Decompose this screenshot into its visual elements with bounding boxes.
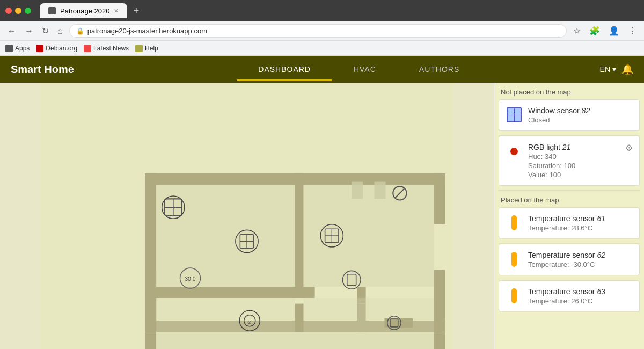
app-title: Smart Home xyxy=(11,63,118,76)
window-sensor-status: Closed xyxy=(528,116,633,124)
floor-plan[interactable]: 30.0 xyxy=(0,83,494,349)
device-card-header: Window sensor 82 Closed xyxy=(506,106,633,124)
forward-button[interactable]: → xyxy=(23,24,35,38)
window-pane-br xyxy=(515,115,521,122)
thermometer-62-icon xyxy=(511,252,517,267)
browser-chrome: Patronage 2020 × + xyxy=(0,0,644,21)
refresh-button[interactable]: ↻ xyxy=(40,24,51,38)
svg-rect-22 xyxy=(156,332,434,349)
temp-63-header: Temperature sensor 63 Temperature: 26.0°… xyxy=(506,287,633,305)
tab-title: Patronage 2020 xyxy=(60,7,110,15)
temp-62-header: Temperature sensor 62 Temperature: -30.0… xyxy=(506,251,633,268)
rgb-light-info: RGB light 21 Hue: 340 Saturation: 100 Va… xyxy=(528,143,620,179)
rgb-light-21-card: RGB light 21 Hue: 340 Saturation: 100 Va… xyxy=(499,136,640,186)
rgb-value: Value: 100 xyxy=(528,171,620,179)
window-sensor-info: Window sensor 82 Closed xyxy=(528,106,633,124)
temp-sensor-62-card: Temperature sensor 62 Temperature: -30.0… xyxy=(499,244,640,275)
tab-close-btn[interactable]: × xyxy=(114,6,119,15)
svg-rect-57 xyxy=(384,318,413,328)
bookmark-help[interactable]: Help xyxy=(135,45,158,52)
bell-icon[interactable]: 🔔 xyxy=(621,63,633,75)
extension-btn[interactable]: 🧩 xyxy=(587,24,602,38)
chevron-down-icon: ▾ xyxy=(612,65,616,74)
nav-hvac[interactable]: HVAC xyxy=(332,57,398,81)
language-selector[interactable]: EN ▾ xyxy=(600,65,616,74)
home-button[interactable]: ⌂ xyxy=(55,24,65,38)
temp-62-number: 62 xyxy=(597,251,605,259)
bookmark-debian-label: Debian.org xyxy=(46,45,77,52)
bookmarks-bar: Apps Debian.org Latest News Help xyxy=(0,41,644,56)
thermometer-63-icon xyxy=(511,288,517,303)
window-sensor-icon xyxy=(506,106,523,123)
lock-icon: 🔒 xyxy=(76,27,84,35)
window-sensor-number: 82 xyxy=(582,106,590,115)
temp-62-name: Temperature sensor 62 xyxy=(528,251,633,259)
svg-rect-5 xyxy=(434,270,445,332)
not-placed-label: Not placed on the map xyxy=(494,83,644,99)
menu-btn[interactable]: ⋮ xyxy=(626,24,639,38)
app-nav: DASHBOARD HVAC AUTHORS xyxy=(118,57,600,81)
nav-authors[interactable]: AUTHORS xyxy=(398,57,481,81)
temp-sensor-61-card: Temperature sensor 61 Temperature: 28.6°… xyxy=(499,207,640,239)
dot-maximize[interactable] xyxy=(25,8,31,14)
app-header: Smart Home DASHBOARD HVAC AUTHORS EN ▾ 🔔 xyxy=(0,56,644,83)
rgb-saturation: Saturation: 100 xyxy=(528,162,620,170)
temp-61-info: Temperature sensor 61 Temperature: 28.6°… xyxy=(528,214,633,232)
account-btn[interactable]: 👤 xyxy=(606,24,621,38)
rgb-device-header: RGB light 21 Hue: 340 Saturation: 100 Va… xyxy=(506,143,633,179)
svg-rect-9 xyxy=(145,287,315,298)
address-bar[interactable]: 🔒 patronage20-js-master.herokuapp.com xyxy=(69,24,567,38)
temp-62-status: Temperature: -30.0°C xyxy=(528,260,633,268)
help-icon xyxy=(135,45,143,52)
address-text: patronage20-js-master.herokuapp.com xyxy=(87,27,207,35)
dot-close[interactable] xyxy=(5,8,12,14)
browser-tab[interactable]: Patronage 2020 × xyxy=(40,3,127,18)
bookmark-star[interactable]: ☆ xyxy=(571,24,583,38)
temp-62-info: Temperature sensor 62 Temperature: -30.0… xyxy=(528,251,633,268)
nav-dashboard[interactable]: DASHBOARD xyxy=(237,57,332,81)
main-content: 30.0 xyxy=(0,83,644,349)
window-pane-tr xyxy=(515,108,521,115)
temp-61-icon xyxy=(506,214,523,231)
svg-rect-16 xyxy=(304,185,434,287)
svg-rect-21 xyxy=(434,332,445,349)
temp-61-number: 61 xyxy=(597,214,605,223)
temp-62-icon xyxy=(506,251,523,268)
svg-rect-10 xyxy=(295,304,304,332)
window-sensor-82-card: Window sensor 82 Closed xyxy=(499,99,640,131)
bookmark-help-label: Help xyxy=(145,45,158,52)
dot-minimize[interactable] xyxy=(15,8,21,14)
temp-sensor-63-card: Temperature sensor 63 Temperature: 26.0°… xyxy=(499,280,640,312)
right-panel: Not placed on the map Window sensor 82 xyxy=(494,83,644,349)
rgb-light-icon xyxy=(506,143,523,160)
svg-rect-17 xyxy=(156,298,295,332)
language-label: EN xyxy=(600,65,610,74)
temp-63-info: Temperature sensor 63 Temperature: 26.0°… xyxy=(528,287,633,305)
svg-rect-15 xyxy=(156,185,295,287)
new-tab-btn[interactable]: + xyxy=(134,5,140,17)
debian-icon xyxy=(36,45,43,52)
placed-label: Placed on the map xyxy=(494,191,644,207)
temp-61-status: Temperature: 28.6°C xyxy=(528,224,633,232)
rgb-light-name: RGB light 21 xyxy=(528,143,620,151)
svg-rect-18 xyxy=(304,298,434,332)
temp-63-icon xyxy=(506,287,523,304)
temp-61-header: Temperature sensor 61 Temperature: 28.6°… xyxy=(506,214,633,232)
thermometer-icon xyxy=(511,215,517,230)
svg-rect-20 xyxy=(145,332,156,349)
news-icon xyxy=(84,45,91,52)
back-button[interactable]: ← xyxy=(5,24,18,38)
svg-rect-6 xyxy=(295,173,304,298)
rgb-settings-btn[interactable]: ⚙ xyxy=(625,143,633,153)
browser-nav: ← → ↻ ⌂ 🔒 patronage20-js-master.herokuap… xyxy=(0,21,644,41)
bookmark-debian[interactable]: Debian.org xyxy=(36,45,77,52)
temp-61-name: Temperature sensor 61 xyxy=(528,214,633,223)
tab-favicon xyxy=(48,7,56,14)
bookmark-news[interactable]: Latest News xyxy=(84,45,129,52)
bookmark-news-label: Latest News xyxy=(93,45,129,52)
app-header-right: EN ▾ 🔔 xyxy=(600,63,633,75)
svg-rect-4 xyxy=(434,173,445,224)
rgb-bulb-icon xyxy=(510,148,518,155)
bookmark-apps[interactable]: Apps xyxy=(5,45,30,52)
bookmark-apps-label: Apps xyxy=(15,45,30,52)
